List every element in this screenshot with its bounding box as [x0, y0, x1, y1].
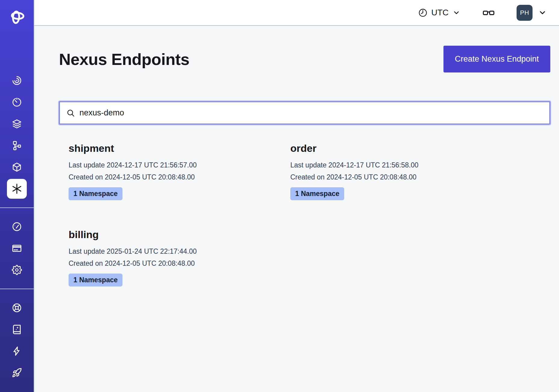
support-lifebuoy-icon [12, 303, 22, 313]
sidebar-item-schedules[interactable] [0, 91, 34, 113]
getting-started-rocket-icon [12, 368, 22, 378]
temporal-logo[interactable] [9, 8, 25, 25]
endpoint-created-on: Created on 2024-12-05 UTC 20:08:48.00 [69, 257, 281, 269]
search-input[interactable] [79, 108, 543, 118]
namespace-badge: 1 Namespace [290, 187, 344, 200]
chevron-down-icon [538, 8, 547, 17]
avatar: PH [517, 5, 533, 21]
labs-mode-toggle[interactable] [482, 6, 495, 19]
user-menu[interactable]: PH [517, 5, 547, 21]
sidebar-divider [0, 289, 34, 289]
sidebar-item-support[interactable] [0, 297, 34, 319]
timezone-selector[interactable]: UTC [418, 8, 461, 17]
usage-gauge-icon [12, 222, 22, 232]
sidebar-item-quickstart[interactable] [0, 340, 34, 362]
main-content: Nexus Endpoints Create Nexus Endpoint sh… [34, 26, 559, 392]
glasses-icon [482, 6, 495, 19]
endpoint-created-on: Created on 2024-12-05 UTC 20:08:48.00 [69, 171, 281, 183]
sidebar-item-batch[interactable] [0, 113, 34, 135]
sidebar [0, 0, 34, 392]
endpoint-card-shipment[interactable]: shipment Last update 2024-12-17 UTC 21:5… [59, 142, 281, 200]
sidebar-item-services[interactable] [0, 156, 34, 178]
active-nav-highlight [7, 179, 27, 199]
chevron-down-icon [452, 8, 461, 17]
endpoint-name: shipment [69, 142, 281, 154]
deployment-tree-icon [12, 140, 22, 151]
namespace-badge: 1 Namespace [69, 274, 122, 286]
sidebar-item-deployments[interactable] [0, 135, 34, 156]
endpoint-created-on: Created on 2024-12-05 UTC 20:08:48.00 [290, 171, 502, 183]
settings-gear-icon [12, 265, 22, 275]
billing-card-icon [12, 243, 22, 253]
clock-icon [418, 8, 428, 17]
batch-layers-icon [12, 119, 22, 129]
app-window: UTC PH Nexus Endpoin [0, 0, 559, 392]
sidebar-item-getting-started[interactable] [0, 362, 34, 384]
sidebar-divider [0, 207, 34, 208]
topbar: UTC PH [34, 0, 559, 26]
cube-icon [12, 162, 22, 172]
docs-book-icon [12, 324, 22, 335]
endpoint-name: order [290, 142, 502, 154]
sidebar-item-billing[interactable] [0, 237, 34, 259]
nexus-asterisk-icon [11, 183, 23, 195]
endpoint-grid: shipment Last update 2024-12-17 UTC 21:5… [59, 142, 550, 286]
sidebar-item-nexus[interactable] [0, 178, 34, 200]
schedules-timer-icon [12, 97, 22, 107]
endpoint-last-update: Last update 2024-12-17 UTC 21:56:57.00 [69, 159, 281, 171]
search-icon [66, 109, 75, 117]
quickstart-lightning-icon [12, 346, 22, 356]
endpoint-card-billing[interactable]: billing Last update 2025-01-24 UTC 22:17… [59, 229, 281, 286]
endpoint-last-update: Last update 2025-01-24 UTC 22:17:44.00 [69, 245, 281, 257]
sidebar-nav-account [0, 216, 34, 281]
endpoint-name: billing [69, 229, 281, 240]
sidebar-nav-primary [0, 70, 34, 200]
endpoint-search [59, 101, 550, 124]
sidebar-item-settings[interactable] [0, 259, 34, 281]
sidebar-item-docs[interactable] [0, 319, 34, 340]
sidebar-item-usage[interactable] [0, 216, 34, 237]
create-nexus-endpoint-button[interactable]: Create Nexus Endpoint [443, 46, 550, 72]
timezone-label: UTC [431, 8, 449, 17]
endpoint-card-order[interactable]: order Last update 2024-12-17 UTC 21:56:5… [281, 142, 502, 200]
namespaces-spiral-icon [12, 75, 22, 86]
page-title: Nexus Endpoints [59, 50, 190, 69]
sidebar-nav-help [0, 297, 34, 384]
namespace-badge: 1 Namespace [69, 187, 122, 200]
endpoint-last-update: Last update 2024-12-17 UTC 21:56:58.00 [290, 159, 502, 171]
sidebar-item-namespaces[interactable] [0, 70, 34, 91]
